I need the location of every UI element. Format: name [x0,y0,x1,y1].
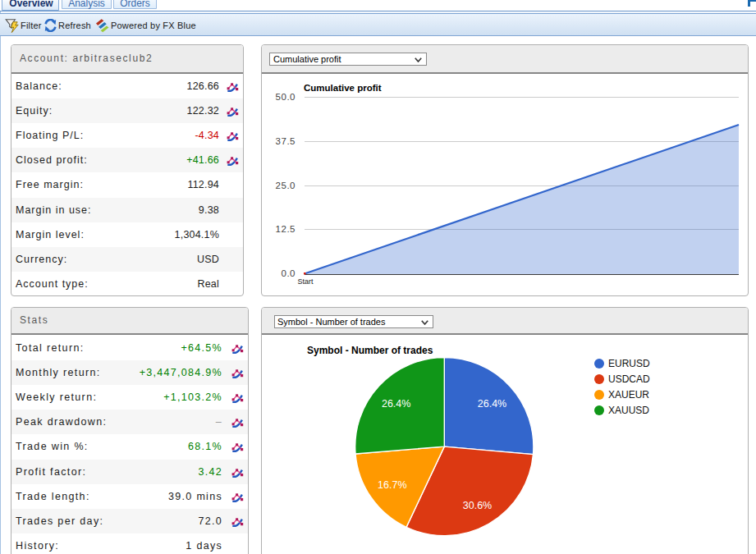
svg-text:USDCAD: USDCAD [608,373,650,385]
svg-text:Start: Start [297,277,314,286]
svg-text:XAUUSD: XAUUSD [608,405,649,416]
svg-text:Symbol - Number of trades: Symbol - Number of trades [307,345,433,356]
svg-text:EURUSD: EURUSD [608,358,650,369]
svg-text:XAUEUR: XAUEUR [608,389,649,401]
svg-text:50.0: 50.0 [276,92,296,102]
svg-text:Cumulative profit: Cumulative profit [304,83,382,93]
svg-text:37.5: 37.5 [276,136,296,146]
svg-text:26.4%: 26.4% [478,398,506,410]
svg-text:30.6%: 30.6% [463,500,492,511]
svg-text:26.4%: 26.4% [382,398,410,410]
svg-text:0.0: 0.0 [282,268,296,278]
svg-text:16.7%: 16.7% [378,479,406,491]
svg-text:12.5: 12.5 [276,224,296,234]
svg-text:25.0: 25.0 [276,181,296,190]
